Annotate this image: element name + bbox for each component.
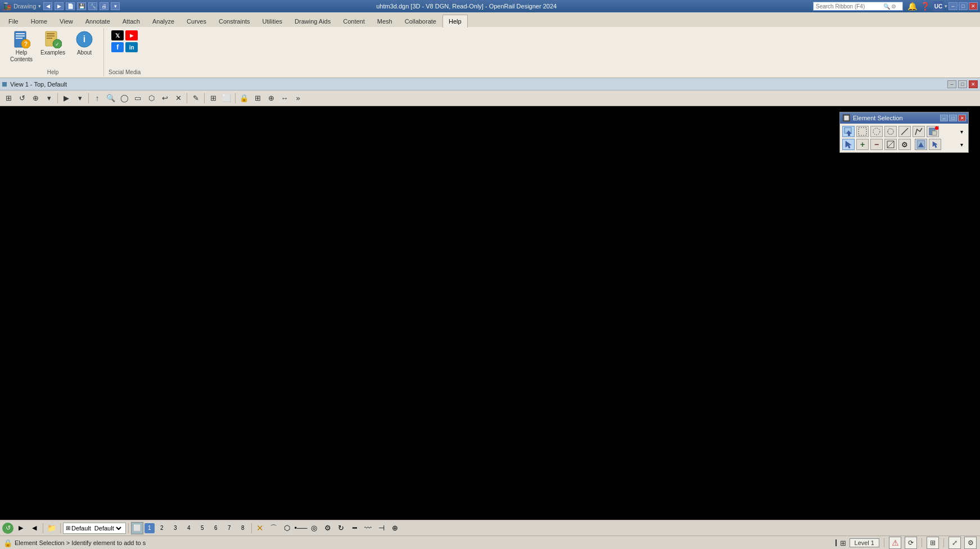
- bb-target-btn[interactable]: ⊕: [389, 522, 401, 534]
- bb-folder-btn[interactable]: 📁: [46, 522, 58, 534]
- es-remove-btn[interactable]: −: [870, 139, 883, 150]
- es-invert-btn[interactable]: [884, 139, 897, 150]
- examples-btn[interactable]: ✓ Examples: [38, 29, 67, 57]
- ribbon-search-bar[interactable]: 🔍 ⚙: [813, 2, 903, 11]
- bb-view7-btn[interactable]: 7: [223, 522, 236, 534]
- tab-collaborate[interactable]: Collaborate: [399, 15, 442, 27]
- notifications-icon[interactable]: 🔔: [907, 2, 917, 11]
- social-youtube-btn[interactable]: ▶: [125, 30, 138, 40]
- tab-mesh[interactable]: Mesh: [371, 15, 399, 27]
- tab-view[interactable]: View: [53, 15, 79, 27]
- es-row2-dropdown[interactable]: ▾: [957, 139, 966, 150]
- toolbar-lasso-btn[interactable]: ⬡: [145, 92, 157, 105]
- bb-view3-btn[interactable]: 3: [169, 522, 182, 534]
- tab-help[interactable]: Help: [442, 15, 468, 28]
- minimize-btn[interactable]: –: [949, 2, 958, 10]
- toolbar-zoom-btn[interactable]: ⊕: [29, 92, 42, 105]
- toolbar-search2-btn[interactable]: 🔍: [105, 92, 117, 105]
- toolbar-rect-btn[interactable]: ▭: [132, 92, 144, 105]
- es-poly-btn[interactable]: [913, 126, 925, 137]
- search-settings-icon[interactable]: ⚙: [891, 3, 896, 10]
- bb-point-btn[interactable]: •──: [295, 522, 307, 534]
- tab-content[interactable]: Content: [337, 15, 371, 27]
- save-btn[interactable]: 💾: [77, 2, 86, 10]
- toolbar-cross-btn[interactable]: ✕: [172, 92, 184, 105]
- bb-gear2-btn[interactable]: ⚙: [322, 522, 334, 534]
- bb-curve-btn[interactable]: ⌒: [268, 522, 280, 534]
- toolbar-grid-btn[interactable]: ⊞: [251, 92, 264, 105]
- status-expand-icon[interactable]: ⤢: [949, 537, 961, 549]
- toolbar-edit-btn[interactable]: ✎: [189, 92, 202, 105]
- es-dotted-rect-btn[interactable]: [856, 126, 869, 137]
- bb-circle2-btn[interactable]: ◎: [308, 522, 320, 534]
- toolbar-undo2-btn[interactable]: ↩: [159, 92, 171, 105]
- tab-attach[interactable]: Attach: [116, 15, 146, 27]
- social-x-btn[interactable]: 𝕏: [111, 30, 124, 40]
- toolbar-ax-btn[interactable]: ↔: [278, 92, 291, 105]
- toolbar-circle-btn[interactable]: ◯: [118, 92, 130, 105]
- view-close-btn[interactable]: ✕: [969, 80, 978, 88]
- view-restore-btn[interactable]: □: [958, 80, 967, 88]
- bb-view8-btn[interactable]: 8: [237, 522, 249, 534]
- es-add-btn[interactable]: +: [856, 139, 869, 150]
- es-close-btn[interactable]: ✕: [958, 115, 966, 121]
- qat-dropdown-arrow[interactable]: ▾: [38, 3, 41, 9]
- toolbar-ref-btn[interactable]: ⊞: [207, 92, 219, 105]
- es-settings-btn[interactable]: ⚙: [898, 139, 911, 150]
- bb-polygon-btn[interactable]: ⬡: [281, 522, 293, 534]
- es-line-sel-btn[interactable]: [898, 126, 911, 137]
- bb-line-btn[interactable]: ━: [349, 522, 361, 534]
- toolbar-play-dropdown[interactable]: ▾: [74, 92, 86, 105]
- es-circle-sel-btn[interactable]: [870, 126, 883, 137]
- tab-utilities[interactable]: Utilities: [256, 15, 288, 27]
- maximize-btn[interactable]: □: [959, 2, 968, 10]
- bb-level-select[interactable]: Default: [92, 524, 123, 532]
- tools-btn[interactable]: 🔧: [88, 2, 97, 10]
- toolbar-lock-btn[interactable]: 🔒: [238, 92, 250, 105]
- viewport[interactable]: [0, 106, 980, 520]
- level-icon-btn[interactable]: ⊞: [840, 539, 846, 547]
- toolbar-play-btn[interactable]: ▶: [60, 92, 73, 105]
- user-dropdown[interactable]: ▾: [945, 3, 947, 9]
- status-sync-icon[interactable]: ⟳: [905, 537, 917, 549]
- toolbar-view-btn[interactable]: ⊞: [2, 92, 15, 105]
- new-btn[interactable]: 📄: [66, 2, 75, 10]
- toolbar-rotate-btn[interactable]: ↺: [16, 92, 28, 105]
- print-btn[interactable]: 🖨: [100, 2, 109, 10]
- user-icon[interactable]: UC: [933, 1, 943, 11]
- tab-file[interactable]: File: [2, 15, 25, 27]
- bb-redo2-btn[interactable]: ↻: [335, 522, 347, 534]
- tab-constraints[interactable]: Constraints: [213, 15, 256, 27]
- bb-view5-btn[interactable]: 5: [196, 522, 209, 534]
- es-lasso-btn[interactable]: [884, 126, 897, 137]
- bb-view6-btn[interactable]: 6: [210, 522, 222, 534]
- bb-cross-btn[interactable]: ✕: [254, 522, 267, 534]
- status-settings2-icon[interactable]: ⚙: [964, 537, 977, 549]
- toolbar-fence-btn[interactable]: ⬜: [220, 92, 233, 105]
- bb-undo-btn[interactable]: ↺: [2, 523, 13, 534]
- es-row1-dropdown[interactable]: ▾: [957, 126, 966, 137]
- help-contents-btn[interactable]: ? HelpContents: [7, 29, 36, 64]
- toolbar-snap-btn[interactable]: ⊕: [265, 92, 277, 105]
- es-minimize-btn[interactable]: –: [940, 115, 948, 121]
- tab-curves[interactable]: Curves: [180, 15, 213, 27]
- toolbar-more2-btn[interactable]: »: [292, 92, 304, 105]
- bb-wave-btn[interactable]: 〰: [362, 522, 374, 534]
- es-restore-btn[interactable]: □: [949, 115, 957, 121]
- es-cursor-btn[interactable]: [842, 139, 855, 150]
- more-btn[interactable]: ▾: [111, 2, 120, 10]
- redo-btn[interactable]: ▶: [55, 2, 64, 10]
- tab-home[interactable]: Home: [25, 15, 53, 27]
- tab-drawing-aids[interactable]: Drawing Aids: [288, 15, 337, 27]
- help-circle-icon[interactable]: ❓: [920, 2, 930, 11]
- bb-view2-btn[interactable]: 2: [156, 522, 168, 534]
- bb-bracket-btn[interactable]: ⊣: [376, 522, 388, 534]
- es-arrow-btn[interactable]: [929, 139, 941, 150]
- bb-view1-btn[interactable]: 1: [144, 523, 155, 533]
- toolbar-up-btn[interactable]: ↑: [91, 92, 103, 105]
- bb-view4-btn[interactable]: 4: [183, 522, 195, 534]
- undo-btn[interactable]: ◀: [43, 2, 52, 10]
- tab-annotate[interactable]: Annotate: [79, 15, 116, 27]
- social-facebook-btn[interactable]: f: [111, 42, 124, 52]
- status-alert-icon[interactable]: ⚠: [889, 537, 901, 549]
